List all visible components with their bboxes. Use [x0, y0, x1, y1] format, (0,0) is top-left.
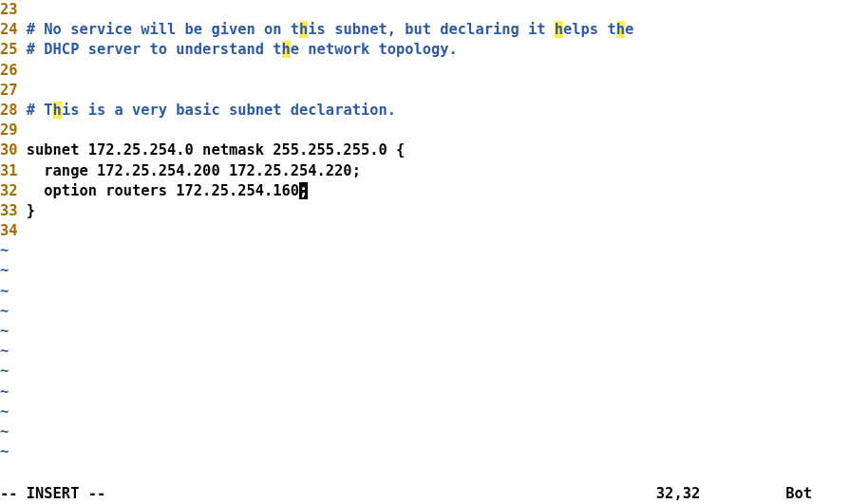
code-segment: h	[299, 21, 308, 38]
code-segment: is subnet, but declaring it	[308, 21, 554, 38]
code-segment: ;	[299, 182, 308, 199]
code-segment: h	[282, 41, 291, 58]
line-number: 29	[0, 121, 18, 140]
line-number: 33	[0, 201, 18, 221]
line-number: 28	[0, 101, 18, 121]
empty-line-tilde: ~	[0, 322, 850, 342]
vim-status-bar: -- INSERT -- 32,32 Bot	[0, 484, 850, 504]
editor-viewport[interactable]: 2324# No service will be given on this s…	[0, 0, 850, 484]
code-segment: is is a very basic subnet declaration.	[62, 102, 396, 119]
scroll-location: Bot	[785, 484, 850, 504]
code-segment: # DHCP server to understand t	[27, 41, 282, 58]
empty-line-tilde: ~	[0, 241, 850, 261]
code-line[interactable]: 25# DHCP server to understand the networ…	[0, 40, 850, 60]
line-number: 32	[0, 181, 18, 201]
line-number: 27	[0, 81, 18, 101]
code-line[interactable]: 31 range 172.25.254.200 172.25.254.220;	[0, 161, 850, 181]
code-segment: range 172.25.254.200 172.25.254.220;	[27, 162, 361, 179]
line-number: 30	[0, 140, 18, 160]
empty-line-tilde: ~	[0, 362, 850, 382]
code-line[interactable]: 26	[0, 61, 850, 81]
empty-line-tilde: ~	[0, 402, 850, 422]
code-segment: h	[53, 102, 62, 119]
code-segment: h	[555, 21, 563, 38]
vim-mode: -- INSERT --	[0, 484, 105, 504]
line-number: 34	[0, 221, 18, 241]
line-number: 26	[0, 61, 18, 81]
line-number: 25	[0, 40, 18, 60]
code-segment: }	[27, 202, 35, 219]
empty-line-tilde: ~	[0, 302, 850, 322]
line-number: 24	[0, 20, 18, 40]
code-line[interactable]: 34	[0, 221, 850, 241]
line-number: 23	[0, 0, 18, 20]
code-line[interactable]: 33}	[0, 201, 850, 221]
code-line[interactable]: 30subnet 172.25.254.0 netmask 255.255.25…	[0, 140, 850, 160]
code-line[interactable]: 32 option routers 172.25.254.160;	[0, 181, 850, 201]
cursor-position: 32,32	[656, 484, 785, 504]
code-line[interactable]: 23	[0, 0, 850, 20]
code-segment: e network topology.	[291, 41, 458, 58]
code-segment: # No service will be given on t	[27, 21, 299, 38]
empty-line-tilde: ~	[0, 442, 850, 462]
code-segment: subnet 172.25.254.0 netmask 255.255.255.…	[27, 141, 405, 159]
empty-line-tilde: ~	[0, 261, 850, 281]
line-number: 31	[0, 161, 18, 181]
code-segment: elps t	[563, 21, 616, 38]
code-segment: option routers 172.25.254.160	[27, 182, 299, 199]
empty-line-tilde: ~	[0, 383, 850, 402]
empty-line-tilde: ~	[0, 342, 850, 362]
code-line[interactable]: 27	[0, 81, 850, 101]
empty-line-tilde: ~	[0, 422, 850, 442]
code-segment: h	[616, 21, 625, 38]
code-line[interactable]: 24# No service will be given on this sub…	[0, 20, 850, 40]
code-segment: e	[625, 21, 633, 38]
code-segment: # T	[27, 102, 53, 119]
code-line[interactable]: 28# This is a very basic subnet declarat…	[0, 101, 850, 121]
empty-line-tilde: ~	[0, 282, 850, 302]
code-line[interactable]: 29	[0, 121, 850, 140]
